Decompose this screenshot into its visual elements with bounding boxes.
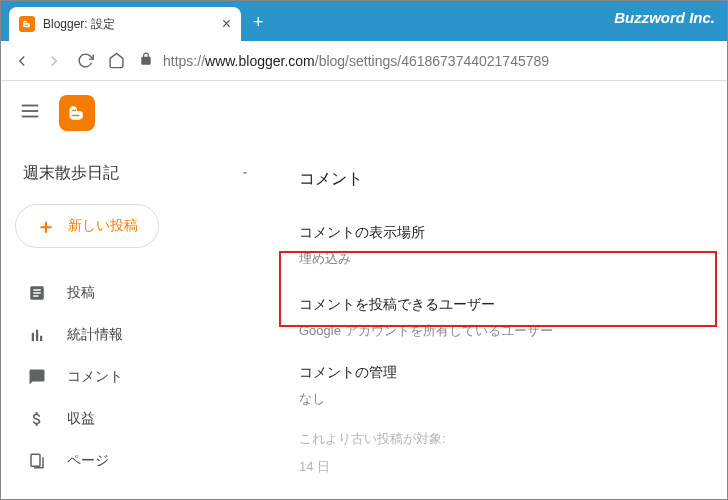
setting-label: これより古い投稿が対象: bbox=[299, 430, 701, 448]
pages-icon bbox=[27, 452, 47, 470]
section-title: コメント bbox=[299, 169, 701, 190]
back-button[interactable] bbox=[13, 52, 31, 70]
nav-label: 収益 bbox=[67, 410, 95, 428]
home-button[interactable] bbox=[108, 52, 125, 69]
sidebar-item-stats[interactable]: 統計情報 bbox=[9, 314, 265, 356]
reload-button[interactable] bbox=[77, 52, 94, 69]
sidebar: 週末散歩日記 ＋ 新しい投稿 投稿 統計情報 bbox=[1, 145, 273, 500]
address-bar: https://www.blogger.com/blog/settings/46… bbox=[1, 41, 727, 81]
url-path: /blog/settings/4618673744021745789 bbox=[315, 53, 549, 69]
setting-label: コメントを投稿できるユーザー bbox=[299, 296, 701, 314]
setting-comment-moderation[interactable]: コメントの管理 なし bbox=[299, 358, 701, 424]
sidebar-item-comments[interactable]: コメント bbox=[9, 356, 265, 398]
new-tab-button[interactable]: + bbox=[253, 12, 264, 33]
stats-icon bbox=[27, 326, 47, 344]
posts-icon bbox=[27, 284, 47, 302]
setting-label: コメントの管理 bbox=[299, 364, 701, 382]
tab-title: Blogger: 設定 bbox=[43, 16, 214, 33]
nav-label: ページ bbox=[67, 452, 109, 470]
svg-rect-3 bbox=[31, 454, 40, 466]
setting-value: 埋め込み bbox=[299, 250, 701, 268]
blogger-favicon bbox=[19, 16, 35, 32]
main-area: 週末散歩日記 ＋ 新しい投稿 投稿 統計情報 bbox=[1, 145, 727, 500]
browser-tab[interactable]: Blogger: 設定 × bbox=[9, 7, 241, 41]
sidebar-item-posts[interactable]: 投稿 bbox=[9, 272, 265, 314]
new-post-label: 新しい投稿 bbox=[68, 217, 138, 235]
nav-label: 統計情報 bbox=[67, 326, 123, 344]
setting-who-can-comment[interactable]: コメントを投稿できるユーザー Google アカウントを所有しているユーザー bbox=[299, 284, 701, 358]
nav-label: コメント bbox=[67, 368, 123, 386]
setting-value: 14 日 bbox=[299, 458, 701, 476]
earnings-icon bbox=[27, 410, 47, 428]
setting-value: Google アカウントを所有しているユーザー bbox=[299, 322, 701, 340]
comments-icon bbox=[27, 368, 47, 386]
sidebar-item-earnings[interactable]: 収益 bbox=[9, 398, 265, 440]
setting-older-than: これより古い投稿が対象: 14 日 bbox=[299, 424, 701, 492]
setting-value: なし bbox=[299, 390, 701, 408]
url-host: www.blogger.com bbox=[205, 53, 315, 69]
blog-selector[interactable]: 週末散歩日記 bbox=[9, 153, 265, 202]
brand-label: Buzzword Inc. bbox=[614, 9, 715, 26]
content-panel: コメント コメントの表示場所 埋め込み コメントを投稿できるユーザー Googl… bbox=[273, 145, 727, 500]
url-text: https://www.blogger.com/blog/settings/46… bbox=[163, 53, 549, 69]
setting-label: コメントの表示場所 bbox=[299, 224, 701, 242]
forward-button[interactable] bbox=[45, 52, 63, 70]
browser-title-bar: Blogger: 設定 × + Buzzword Inc. bbox=[1, 1, 727, 41]
plus-icon: ＋ bbox=[36, 213, 56, 240]
hamburger-menu-icon[interactable] bbox=[19, 100, 41, 126]
url-field[interactable]: https://www.blogger.com/blog/settings/46… bbox=[139, 52, 715, 70]
url-prefix: https:// bbox=[163, 53, 205, 69]
setting-comment-location[interactable]: コメントの表示場所 埋め込み bbox=[299, 218, 701, 284]
nav-label: 投稿 bbox=[67, 284, 95, 302]
chevron-down-icon bbox=[239, 165, 251, 183]
app-header bbox=[1, 81, 727, 145]
lock-icon bbox=[139, 52, 153, 70]
blog-name: 週末散歩日記 bbox=[23, 163, 119, 184]
close-tab-icon[interactable]: × bbox=[222, 15, 231, 33]
nav-list: 投稿 統計情報 コメント 収益 bbox=[9, 272, 265, 482]
sidebar-item-pages[interactable]: ページ bbox=[9, 440, 265, 482]
new-post-button[interactable]: ＋ 新しい投稿 bbox=[15, 204, 159, 248]
blogger-logo[interactable] bbox=[59, 95, 95, 131]
